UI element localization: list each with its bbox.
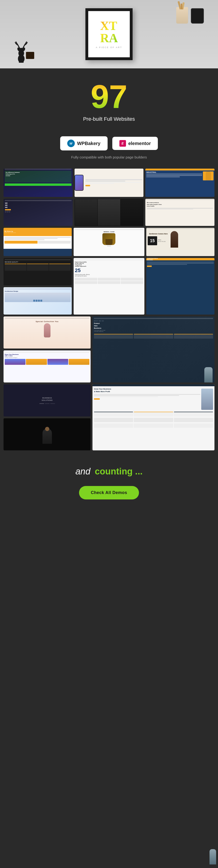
and-text: and bbox=[75, 466, 90, 476]
cta-section: Check All Demos bbox=[0, 484, 218, 514]
demo-item-grow[interactable]: Grow Your Business& Make More Profit bbox=[92, 384, 214, 451]
demo-item-architect[interactable]: Architecture Design bbox=[4, 287, 72, 315]
demo-item-chair[interactable]: MINIMAL CHAIR DESIGN bbox=[73, 228, 144, 256]
demo-item-creative[interactable]: WEWEWE bbox=[4, 199, 73, 226]
demo-row-5: Special Collection You Raise Your Busine… bbox=[4, 316, 214, 382]
elementor-icon: E bbox=[119, 140, 126, 147]
demo-row-4: WE MAKE QUALITY Architecture Design bbox=[4, 258, 214, 315]
svg-rect-14 bbox=[23, 62, 24, 63]
check-all-demos-button[interactable]: Check All Demos bbox=[79, 486, 139, 499]
counting-text: and counting ... bbox=[5, 466, 213, 476]
logo-text: XT RA bbox=[100, 20, 118, 44]
elementor-badge: E elementor bbox=[112, 137, 158, 150]
demo-item-plumbing[interactable]: We Show Up Call the best, book the rest bbox=[4, 228, 72, 256]
hero-section: XT RA A PIECE OF ART bbox=[0, 0, 218, 68]
stats-section: 97 Pre-built Full Websites bbox=[0, 68, 218, 129]
svg-rect-13 bbox=[19, 62, 20, 63]
builders-section: W WPBakery E elementor Fully compatible … bbox=[0, 129, 218, 164]
demo-row-6: BUSINESSSOLUTIONS bbox=[4, 384, 214, 451]
compat-text: Fully compatible with both popular page … bbox=[71, 155, 147, 159]
demo-item-improving[interactable]: Improving qualityof life with anintegrat… bbox=[73, 258, 144, 315]
demo-item-raise[interactable]: Raise Your Businesswith 1 Click Get More… bbox=[4, 350, 91, 382]
demos-section: the difference betweenfollowing it if it… bbox=[0, 164, 218, 455]
wpbakery-icon: W bbox=[67, 140, 75, 147]
builders-row: W WPBakery E elementor bbox=[60, 136, 158, 150]
stats-label: Pre-built Full Websites bbox=[5, 116, 213, 122]
demo-item-biz-sol[interactable]: BUSINESSSOLUTIONS bbox=[4, 384, 91, 416]
wpbakery-badge: W WPBakery bbox=[60, 136, 107, 150]
demo-col-left: WE MAKE QUALITY Architecture Design bbox=[4, 258, 72, 315]
demo-item-phone[interactable] bbox=[74, 168, 144, 197]
logo-tagline: A PIECE OF ART bbox=[96, 46, 122, 49]
demo-item-const2[interactable]: CONSTRUCTION &BUILDING bbox=[146, 258, 214, 315]
counting-section: and counting ... bbox=[0, 455, 218, 484]
demo-row-1: the difference betweenfollowing it if it… bbox=[4, 168, 214, 197]
counting-label: counting ... bbox=[95, 466, 143, 476]
logo-frame: XT RA A PIECE OF ART bbox=[85, 8, 133, 60]
demo-item-protect[interactable]: WHAT WE DO ProtectOwnBusiness Lorem ipsu… bbox=[92, 316, 214, 382]
box-decoration bbox=[26, 52, 34, 59]
demo-item-industrial[interactable]: INDUSTRIAL bbox=[145, 168, 214, 197]
demo-item-man[interactable] bbox=[4, 418, 91, 451]
demo-item-fashion[interactable] bbox=[74, 199, 144, 226]
demo-item-gentleman[interactable]: Gentlemen Comes Here 15 YearsWe Do This … bbox=[146, 228, 214, 256]
demo-item-quality[interactable]: WE MAKE QUALITY bbox=[4, 258, 72, 285]
demo-item-moda[interactable]: Special Collection You bbox=[4, 316, 91, 348]
demo-col-left-3: BUSINESSSOLUTIONS bbox=[4, 384, 91, 451]
demo-item-wecreate[interactable]: We create productsthat make people's liv… bbox=[145, 199, 214, 226]
wpbakery-name: WPBakery bbox=[77, 141, 100, 146]
demo-row-3: We Show Up Call the best, book the rest … bbox=[4, 228, 214, 256]
stats-number: 97 bbox=[5, 80, 213, 113]
demo-col-left-2: Special Collection You Raise Your Busine… bbox=[4, 316, 91, 382]
demo-row-2: WEWEWE We create productsthat make peopl bbox=[4, 199, 214, 226]
elementor-name: elementor bbox=[128, 141, 151, 146]
demo-item-wmk[interactable]: the difference betweenfollowing it if it… bbox=[4, 168, 73, 197]
right-decoration bbox=[176, 7, 204, 24]
